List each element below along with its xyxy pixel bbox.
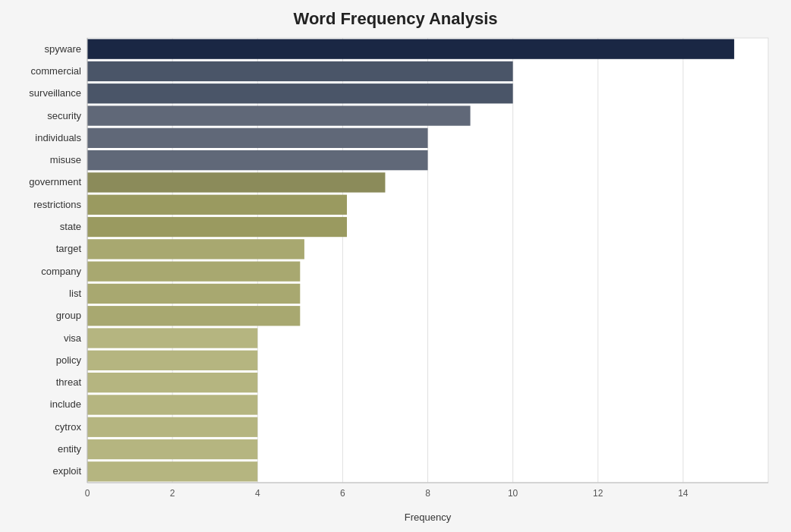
- bar-label: misuse: [50, 154, 81, 165]
- bar-label: individuals: [35, 132, 81, 143]
- bar-label: threat: [56, 376, 82, 388]
- bar-rect: [87, 61, 513, 81]
- bar-rect: [87, 105, 471, 125]
- bar-label: cytrox: [55, 421, 81, 433]
- bar-rect: [87, 172, 385, 192]
- bar-rect: [87, 284, 300, 304]
- bar-label: company: [41, 266, 81, 277]
- bar-label: government: [29, 176, 81, 187]
- bar-rect: [87, 461, 257, 481]
- bar-label: policy: [56, 354, 82, 366]
- bar-label: commercial: [31, 65, 82, 77]
- bar-label: restrictions: [33, 199, 81, 210]
- bar-chart: Word Frequency Analysis02468101214spywar…: [0, 0, 791, 532]
- svg-text:8: 8: [425, 488, 430, 499]
- bar-label: exploit: [52, 465, 81, 477]
- svg-text:2: 2: [170, 488, 175, 499]
- bar-rect: [87, 306, 300, 326]
- bar-rect: [87, 150, 428, 170]
- bar-rect: [87, 373, 257, 392]
- svg-text:0: 0: [85, 488, 90, 499]
- bar-label: state: [60, 221, 81, 232]
- bar-rect: [87, 395, 257, 414]
- bar-rect: [87, 83, 513, 103]
- bar-label: target: [56, 243, 82, 254]
- bar-rect: [87, 128, 428, 148]
- bar-rect: [87, 439, 257, 459]
- bar-rect: [87, 417, 257, 437]
- svg-text:10: 10: [508, 488, 518, 499]
- bar-rect: [87, 239, 304, 259]
- bar-rect: [87, 351, 257, 370]
- svg-text:4: 4: [255, 488, 260, 499]
- x-axis-label: Frequency: [405, 512, 452, 523]
- bar-rect: [87, 262, 300, 282]
- chart-title: Word Frequency Analysis: [294, 9, 498, 28]
- chart-wrapper: Word Frequency Analysis02468101214spywar…: [0, 0, 791, 532]
- svg-text:6: 6: [340, 488, 345, 499]
- bar-rect: [87, 195, 347, 215]
- bar-label: group: [56, 310, 81, 321]
- bar-label: visa: [64, 332, 82, 344]
- bar-label: list: [69, 288, 81, 299]
- bar-label: surveillance: [29, 87, 81, 99]
- svg-text:12: 12: [593, 488, 603, 499]
- bar-rect: [87, 328, 257, 348]
- bar-label: include: [50, 398, 81, 410]
- bar-rect: [87, 39, 734, 59]
- bar-label: security: [47, 110, 81, 121]
- svg-text:14: 14: [678, 488, 689, 499]
- bar-label: spyware: [45, 43, 81, 55]
- bar-rect: [87, 217, 347, 237]
- bar-label: entity: [58, 443, 82, 455]
